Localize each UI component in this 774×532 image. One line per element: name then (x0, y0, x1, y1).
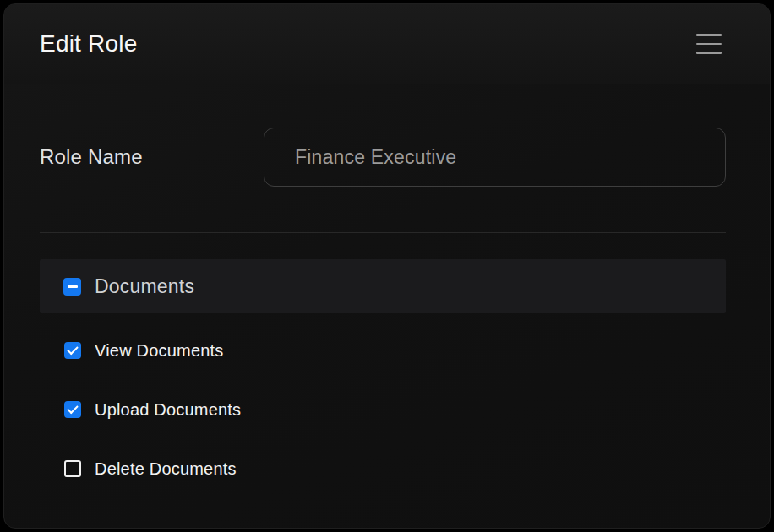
permission-label: View Documents (95, 341, 224, 361)
permission-row-upload-documents[interactable]: Upload Documents (40, 380, 726, 439)
hamburger-icon (696, 34, 722, 36)
dialog-body: Role Name Documents View Documents Uploa… (4, 84, 770, 498)
hamburger-icon (696, 52, 722, 54)
documents-checkbox[interactable] (63, 278, 81, 296)
hamburger-icon (696, 43, 722, 46)
permission-group-label: Documents (95, 275, 194, 298)
role-name-label: Role Name (40, 145, 143, 169)
upload-documents-checkbox[interactable] (64, 401, 81, 418)
dialog-header: Edit Role (4, 4, 770, 84)
permission-label: Delete Documents (95, 459, 237, 479)
view-documents-checkbox[interactable] (64, 342, 81, 359)
role-name-row: Role Name (40, 128, 726, 187)
edit-role-dialog: Edit Role Role Name Documents View Docum… (3, 3, 771, 529)
permission-items: View Documents Upload Documents Delete D… (40, 321, 726, 498)
dialog-title: Edit Role (40, 30, 137, 57)
role-name-input[interactable] (264, 128, 726, 187)
delete-documents-checkbox[interactable] (64, 460, 81, 477)
menu-button[interactable] (696, 30, 722, 57)
permission-row-view-documents[interactable]: View Documents (40, 321, 726, 380)
section-divider (40, 232, 726, 233)
permission-group-documents[interactable]: Documents (40, 259, 726, 313)
permission-row-delete-documents[interactable]: Delete Documents (40, 439, 726, 498)
permission-label: Upload Documents (95, 400, 241, 420)
